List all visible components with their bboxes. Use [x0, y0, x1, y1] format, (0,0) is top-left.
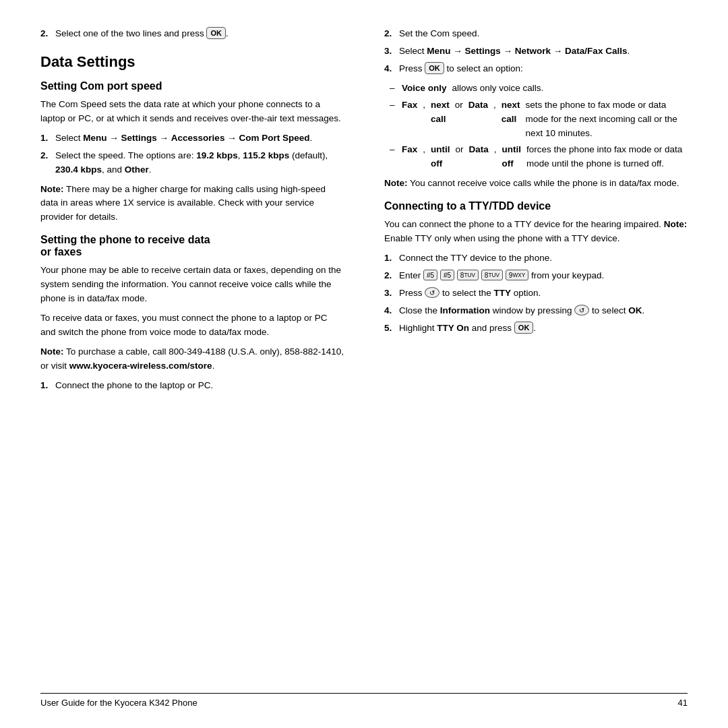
tty-step-5: 5. Highlight TTY On and press OK.	[384, 322, 688, 336]
nav-button-step3: ↺	[425, 287, 439, 298]
note-label-cable: Note:	[40, 346, 64, 357]
tty-step-3: 3. Press ↺ to select the TTY option.	[384, 286, 688, 301]
step-content: Select one of the two lines and press OK…	[55, 27, 344, 41]
key-hash5-2: #5	[440, 270, 454, 280]
step-num: 1.	[384, 251, 395, 266]
step-num: 1.	[40, 379, 51, 393]
right-step-4: 4. Press OK to select an option:	[384, 62, 688, 76]
right-top-steps: 2. Set the Com speed. 3. Select Menu → S…	[384, 27, 688, 76]
step-num: 2.	[40, 149, 51, 163]
tty-steps: 1. Connect the TTY device to the phone. …	[384, 251, 688, 336]
note-cable: Note: To purchase a cable, call 800-349-…	[40, 345, 344, 373]
step-content: Set the Com speed.	[399, 27, 688, 41]
step-content: Press ↺ to select the TTY option.	[399, 286, 688, 301]
footer-right: 41	[678, 698, 688, 708]
step-num: 2.	[384, 269, 395, 283]
bullet-voice-only: Voice only allows only voice calls.	[384, 82, 688, 96]
option-bullets: Voice only allows only voice calls. Fax,…	[384, 82, 688, 172]
step-num: 2.	[40, 27, 51, 41]
step-content: Connect the phone to the laptop or PC.	[55, 379, 344, 393]
footer-left: User Guide for the Kyocera K342 Phone	[40, 698, 198, 708]
page: 2. Select one of the two lines and press…	[0, 0, 728, 728]
bullet-fax-until-off: Fax, until off or Data, until off forces…	[384, 143, 688, 171]
note-com-port: Note: There may be a higher charge for m…	[40, 183, 344, 225]
ok-button-inline: OK	[206, 27, 226, 39]
step-content: Close the Information window by pressing…	[399, 304, 688, 318]
subsection-title-tty: Connecting to a TTY/TDD device	[384, 200, 688, 212]
nav-button-step4: ↺	[574, 305, 589, 315]
tty-step-4: 4. Close the Information window by press…	[384, 304, 688, 318]
note-label-df: Note:	[384, 178, 408, 188]
section-title-data-settings: Data Settings	[40, 53, 344, 71]
tty-step-1: 1. Connect the TTY device to the phone.	[384, 251, 688, 266]
note-label-tty: Note:	[664, 219, 688, 229]
step-content: Connect the TTY device to the phone.	[399, 251, 688, 266]
bullet-fax-next-call: Fax, next call or Data, next call sets t…	[384, 98, 688, 141]
key-9wxyz: 9WXY	[506, 270, 529, 280]
key-8tuv-2: 8TUV	[481, 270, 503, 280]
page-footer: User Guide for the Kyocera K342 Phone 41	[40, 693, 688, 708]
step-content: Select the speed. The options are: 19.2 …	[55, 149, 344, 177]
step-content: Press OK to select an option:	[399, 62, 688, 76]
step-content: Highlight TTY On and press OK.	[399, 322, 688, 336]
step-num: 3.	[384, 44, 395, 59]
receive-data-steps: 1. Connect the phone to the laptop or PC…	[40, 379, 344, 393]
ok-button-step5: OK	[514, 322, 534, 334]
subsection-title-receive-data: Setting the phone to receive dataor faxe…	[40, 234, 344, 258]
main-content: 2. Select one of the two lines and press…	[40, 27, 688, 686]
com-port-steps: 1. Select Menu → Settings → Accessories …	[40, 131, 344, 177]
right-step-2: 2. Set the Com speed.	[384, 27, 688, 41]
intro-steps: 2. Select one of the two lines and press…	[40, 27, 344, 41]
tty-step-2: 2. Enter #5 #5 8TUV 8TUV 9WXY from your …	[384, 269, 688, 283]
receive-data-body2: To receive data or faxes, you must conne…	[40, 311, 344, 340]
right-step-3: 3. Select Menu → Settings → Network → Da…	[384, 44, 688, 59]
note-label: Note:	[40, 184, 64, 194]
step-num: 5.	[384, 322, 395, 336]
right-column: 2. Set the Com speed. 3. Select Menu → S…	[377, 27, 688, 686]
step-content: Select Menu → Settings → Accessories → C…	[55, 131, 344, 146]
left-column: 2. Select one of the two lines and press…	[40, 27, 351, 686]
step-num: 3.	[384, 286, 395, 301]
step-num: 4.	[384, 304, 395, 318]
step-num: 4.	[384, 62, 395, 76]
step-num: 2.	[384, 27, 395, 41]
step-num: 1.	[40, 131, 51, 146]
step-content: Select Menu → Settings → Network → Data/…	[399, 44, 688, 59]
receive-data-step-1: 1. Connect the phone to the laptop or PC…	[40, 379, 344, 393]
subsection-title-com-port: Setting Com port speed	[40, 80, 344, 92]
com-port-step-1: 1. Select Menu → Settings → Accessories …	[40, 131, 344, 146]
receive-data-body1: Your phone may be able to receive certai…	[40, 264, 344, 306]
key-hash5-1: #5	[423, 270, 437, 280]
step-content: Enter #5 #5 8TUV 8TUV 9WXY from your key…	[399, 269, 688, 283]
key-8tuv-1: 8TUV	[457, 270, 479, 280]
com-port-body: The Com Speed sets the data rate at whic…	[40, 98, 344, 126]
note-data-fax: Note: You cannot receive voice calls whi…	[384, 177, 688, 191]
step-2-intro: 2. Select one of the two lines and press…	[40, 27, 344, 41]
com-port-step-2: 2. Select the speed. The options are: 19…	[40, 149, 344, 177]
ok-button-step4: OK	[425, 62, 444, 74]
tty-body: You can connect the phone to a TTY devic…	[384, 218, 688, 246]
